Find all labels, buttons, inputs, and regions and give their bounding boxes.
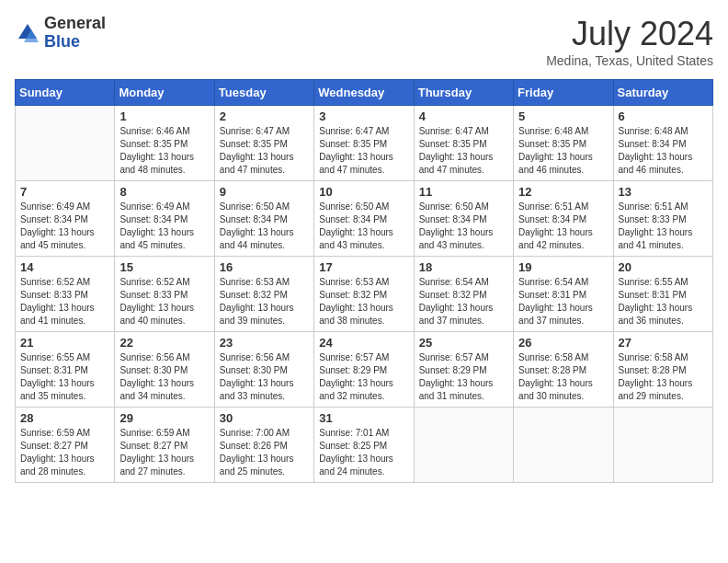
day-number: 27 <box>619 336 708 350</box>
calendar-cell: 29Sunrise: 6:59 AM Sunset: 8:27 PM Dayli… <box>115 408 214 483</box>
calendar-cell: 6Sunrise: 6:48 AM Sunset: 8:34 PM Daylig… <box>613 106 712 181</box>
day-number: 20 <box>619 260 708 274</box>
day-info: Sunrise: 6:48 AM Sunset: 8:34 PM Dayligh… <box>619 125 708 177</box>
calendar-cell <box>414 408 513 483</box>
day-info: Sunrise: 6:51 AM Sunset: 8:34 PM Dayligh… <box>518 201 608 252</box>
week-row-2: 7Sunrise: 6:49 AM Sunset: 8:34 PM Daylig… <box>16 181 713 257</box>
day-info: Sunrise: 6:58 AM Sunset: 8:28 PM Dayligh… <box>619 351 708 403</box>
day-info: Sunrise: 6:50 AM Sunset: 8:34 PM Dayligh… <box>419 201 508 252</box>
weekday-header-monday: Monday <box>115 80 214 106</box>
day-number: 3 <box>319 109 408 123</box>
calendar-cell: 4Sunrise: 6:47 AM Sunset: 8:35 PM Daylig… <box>414 106 513 181</box>
calendar-cell: 16Sunrise: 6:53 AM Sunset: 8:32 PM Dayli… <box>214 257 313 332</box>
calendar-cell: 9Sunrise: 6:50 AM Sunset: 8:34 PM Daylig… <box>214 181 313 257</box>
day-number: 31 <box>319 411 408 425</box>
calendar-cell: 24Sunrise: 6:57 AM Sunset: 8:29 PM Dayli… <box>314 332 414 408</box>
day-number: 26 <box>518 336 608 350</box>
calendar-cell: 19Sunrise: 6:54 AM Sunset: 8:31 PM Dayli… <box>514 257 613 332</box>
day-number: 28 <box>20 411 109 425</box>
day-number: 6 <box>619 109 708 123</box>
day-info: Sunrise: 6:47 AM Sunset: 8:35 PM Dayligh… <box>419 125 508 177</box>
weekday-header-wednesday: Wednesday <box>314 80 414 106</box>
calendar-cell: 12Sunrise: 6:51 AM Sunset: 8:34 PM Dayli… <box>514 181 613 257</box>
calendar-cell: 28Sunrise: 6:59 AM Sunset: 8:27 PM Dayli… <box>16 408 115 483</box>
calendar-cell: 20Sunrise: 6:55 AM Sunset: 8:31 PM Dayli… <box>613 257 712 332</box>
calendar-cell: 23Sunrise: 6:56 AM Sunset: 8:30 PM Dayli… <box>214 332 313 408</box>
week-row-3: 14Sunrise: 6:52 AM Sunset: 8:33 PM Dayli… <box>16 257 713 332</box>
calendar-cell <box>613 408 712 483</box>
logo-general-text: General <box>44 14 106 32</box>
calendar-cell: 3Sunrise: 6:47 AM Sunset: 8:35 PM Daylig… <box>314 106 414 181</box>
day-number: 1 <box>119 109 209 123</box>
weekday-header-tuesday: Tuesday <box>214 80 313 106</box>
week-row-1: 1Sunrise: 6:46 AM Sunset: 8:35 PM Daylig… <box>16 106 713 181</box>
day-info: Sunrise: 6:53 AM Sunset: 8:32 PM Dayligh… <box>319 276 408 327</box>
calendar-cell: 18Sunrise: 6:54 AM Sunset: 8:32 PM Dayli… <box>414 257 513 332</box>
day-number: 22 <box>119 336 209 350</box>
calendar-cell: 25Sunrise: 6:57 AM Sunset: 8:29 PM Dayli… <box>414 332 513 408</box>
day-number: 19 <box>518 260 608 274</box>
logo-blue-text: Blue <box>44 32 80 51</box>
calendar-cell: 5Sunrise: 6:48 AM Sunset: 8:35 PM Daylig… <box>514 106 613 181</box>
day-info: Sunrise: 6:52 AM Sunset: 8:33 PM Dayligh… <box>119 276 209 327</box>
day-info: Sunrise: 6:58 AM Sunset: 8:28 PM Dayligh… <box>518 351 608 403</box>
day-info: Sunrise: 6:57 AM Sunset: 8:29 PM Dayligh… <box>419 351 508 403</box>
calendar-cell: 1Sunrise: 6:46 AM Sunset: 8:35 PM Daylig… <box>115 106 214 181</box>
calendar-cell <box>16 106 115 181</box>
day-info: Sunrise: 6:49 AM Sunset: 8:34 PM Dayligh… <box>20 201 109 252</box>
day-number: 25 <box>419 336 508 350</box>
calendar-cell: 2Sunrise: 6:47 AM Sunset: 8:35 PM Daylig… <box>214 106 313 181</box>
day-number: 11 <box>419 185 508 199</box>
day-number: 17 <box>319 260 408 274</box>
day-number: 18 <box>419 260 508 274</box>
month-year-title: July 2024 <box>546 15 713 53</box>
weekday-header-friday: Friday <box>514 80 613 106</box>
day-number: 13 <box>619 185 708 199</box>
day-info: Sunrise: 6:54 AM Sunset: 8:31 PM Dayligh… <box>518 276 608 327</box>
day-number: 16 <box>220 260 309 274</box>
day-number: 9 <box>220 185 309 199</box>
title-block: July 2024 Medina, Texas, United States <box>546 15 713 68</box>
day-number: 4 <box>419 109 508 123</box>
day-number: 29 <box>119 411 209 425</box>
calendar-cell: 14Sunrise: 6:52 AM Sunset: 8:33 PM Dayli… <box>16 257 115 332</box>
day-info: Sunrise: 6:51 AM Sunset: 8:33 PM Dayligh… <box>619 201 708 252</box>
day-number: 23 <box>220 336 309 350</box>
day-info: Sunrise: 6:54 AM Sunset: 8:32 PM Dayligh… <box>419 276 508 327</box>
day-info: Sunrise: 6:57 AM Sunset: 8:29 PM Dayligh… <box>319 351 408 403</box>
day-info: Sunrise: 6:46 AM Sunset: 8:35 PM Dayligh… <box>119 125 209 177</box>
calendar-cell: 26Sunrise: 6:58 AM Sunset: 8:28 PM Dayli… <box>514 332 613 408</box>
calendar-cell: 10Sunrise: 6:50 AM Sunset: 8:34 PM Dayli… <box>314 181 414 257</box>
day-number: 30 <box>220 411 309 425</box>
weekday-header-saturday: Saturday <box>613 80 712 106</box>
weekday-header-sunday: Sunday <box>16 80 115 106</box>
logo: General Blue <box>15 15 106 52</box>
logo-icon <box>15 20 40 46</box>
calendar-cell: 30Sunrise: 7:00 AM Sunset: 8:26 PM Dayli… <box>214 408 313 483</box>
day-info: Sunrise: 6:56 AM Sunset: 8:30 PM Dayligh… <box>119 351 209 403</box>
day-number: 5 <box>518 109 608 123</box>
day-info: Sunrise: 6:59 AM Sunset: 8:27 PM Dayligh… <box>20 427 109 478</box>
day-info: Sunrise: 6:50 AM Sunset: 8:34 PM Dayligh… <box>220 201 309 252</box>
calendar-cell: 17Sunrise: 6:53 AM Sunset: 8:32 PM Dayli… <box>314 257 414 332</box>
day-number: 14 <box>20 260 109 274</box>
day-info: Sunrise: 6:47 AM Sunset: 8:35 PM Dayligh… <box>220 125 309 177</box>
location-subtitle: Medina, Texas, United States <box>546 53 713 68</box>
calendar-table: SundayMondayTuesdayWednesdayThursdayFrid… <box>15 79 713 483</box>
day-number: 7 <box>20 185 109 199</box>
calendar-cell: 21Sunrise: 6:55 AM Sunset: 8:31 PM Dayli… <box>16 332 115 408</box>
day-info: Sunrise: 7:01 AM Sunset: 8:25 PM Dayligh… <box>319 427 408 478</box>
day-number: 24 <box>319 336 408 350</box>
day-number: 2 <box>220 109 309 123</box>
day-info: Sunrise: 6:55 AM Sunset: 8:31 PM Dayligh… <box>619 276 708 327</box>
calendar-cell: 27Sunrise: 6:58 AM Sunset: 8:28 PM Dayli… <box>613 332 712 408</box>
calendar-cell <box>514 408 613 483</box>
calendar-cell: 11Sunrise: 6:50 AM Sunset: 8:34 PM Dayli… <box>414 181 513 257</box>
calendar-cell: 15Sunrise: 6:52 AM Sunset: 8:33 PM Dayli… <box>115 257 214 332</box>
calendar-cell: 8Sunrise: 6:49 AM Sunset: 8:34 PM Daylig… <box>115 181 214 257</box>
day-info: Sunrise: 6:52 AM Sunset: 8:33 PM Dayligh… <box>20 276 109 327</box>
day-number: 15 <box>119 260 209 274</box>
day-info: Sunrise: 6:50 AM Sunset: 8:34 PM Dayligh… <box>319 201 408 252</box>
day-info: Sunrise: 6:55 AM Sunset: 8:31 PM Dayligh… <box>20 351 109 403</box>
day-info: Sunrise: 6:49 AM Sunset: 8:34 PM Dayligh… <box>119 201 209 252</box>
